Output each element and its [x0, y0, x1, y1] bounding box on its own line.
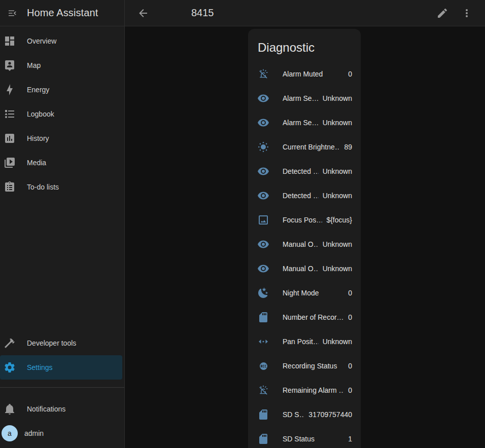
sidebar-toggle-button[interactable] — [4, 4, 22, 22]
sidebar-item-logbook[interactable]: Logbook — [0, 102, 122, 126]
weather-night-icon — [257, 287, 269, 299]
entity-row[interactable]: Focus Pos…${focus} — [248, 208, 361, 232]
entity-state: 31709757440 — [308, 410, 352, 419]
entity-row[interactable]: SD Status1 — [248, 427, 361, 448]
entity-name: Night Mode — [283, 289, 344, 297]
sidebar-item-label: Developer tools — [27, 339, 76, 347]
entity-list: Alarm Muted0Alarm Se…UnknownAlarm Se…Unk… — [248, 62, 361, 448]
pencil-icon — [436, 7, 448, 19]
entity-name: Manual O… — [283, 265, 319, 273]
entity-row[interactable]: Night Mode0 — [248, 281, 361, 305]
sidebar-item-map[interactable]: Map — [0, 53, 122, 78]
entity-row[interactable]: Manual O…Unknown — [248, 232, 361, 256]
entity-state: Unknown — [323, 119, 352, 127]
entity-name: SD S… — [283, 410, 304, 419]
entity-state: Unknown — [323, 265, 352, 273]
entity-row[interactable]: Detected …Unknown — [248, 183, 361, 208]
eye-icon — [257, 263, 269, 275]
entity-row[interactable]: Alarm Se…Unknown — [248, 110, 361, 135]
sidebar-item-label: Overview — [27, 37, 56, 45]
view-dashboard-icon — [4, 35, 16, 47]
entity-row[interactable]: SD S…31709757440 — [248, 402, 361, 427]
sidebar-item-energy[interactable]: Energy — [0, 78, 122, 102]
sidebar-tools-menu: Developer toolsSettings — [0, 328, 124, 380]
entity-name: Remaining Alarm … — [283, 386, 344, 394]
lightning-bolt-icon — [4, 84, 16, 96]
sidebar-item-history[interactable]: History — [0, 126, 122, 151]
entity-row[interactable]: Detected …Unknown — [248, 159, 361, 183]
entity-row[interactable]: Alarm Muted0 — [248, 62, 361, 86]
back-button[interactable] — [134, 4, 152, 22]
sidebar-footer: Notifications a admin — [0, 394, 124, 448]
eye-icon — [257, 117, 269, 129]
entity-name: Alarm Se… — [283, 119, 319, 127]
hammer-icon — [4, 337, 16, 349]
sidebar-header: Home Assistant — [0, 0, 124, 26]
entity-name: Detected … — [283, 167, 319, 175]
record-rec-icon — [257, 360, 269, 372]
arrow-left-icon — [137, 7, 149, 19]
entity-row[interactable]: Manual O…Unknown — [248, 256, 361, 281]
entity-name: Alarm Se… — [283, 94, 319, 102]
entity-name: Manual O… — [283, 240, 319, 248]
entity-name: Recording Status — [283, 362, 344, 370]
dots-vertical-icon — [461, 7, 473, 19]
sidebar-item-label: Settings — [27, 363, 53, 371]
entity-name: Focus Pos… — [283, 216, 322, 224]
sidebar-user-profile[interactable]: a admin — [0, 421, 124, 445]
image-icon — [257, 214, 269, 226]
entity-state: 1 — [348, 435, 352, 443]
entity-state: Unknown — [323, 338, 352, 346]
entity-state: Unknown — [323, 192, 352, 200]
entity-state: 0 — [348, 289, 352, 297]
entity-state: 0 — [348, 386, 352, 394]
avatar: a — [2, 425, 18, 441]
sd-card-icon — [257, 408, 269, 421]
sidebar-item-notifications[interactable]: Notifications — [0, 397, 122, 421]
user-name: admin — [24, 429, 44, 437]
entity-state: Unknown — [323, 94, 352, 102]
page-title: 8415 — [191, 7, 214, 19]
edit-button[interactable] — [433, 4, 452, 22]
alarm-light-off-icon — [257, 68, 269, 80]
entity-state: 0 — [348, 313, 352, 321]
main-header: 8415 — [125, 0, 485, 26]
sd-card-icon — [257, 311, 269, 323]
entity-state: 0 — [348, 362, 352, 370]
dashboard-content: Diagnostic Alarm Muted0Alarm Se…UnknownA… — [125, 26, 485, 448]
entity-row[interactable]: Remaining Alarm …0 — [248, 378, 361, 402]
overflow-menu-button[interactable] — [458, 4, 476, 22]
entity-name: Number of Recor… — [283, 313, 344, 321]
entity-state: 0 — [348, 70, 352, 78]
sidebar: Home Assistant OverviewMapEnergyLogbookH… — [0, 0, 125, 448]
header-actions — [433, 4, 476, 22]
entity-name: Alarm Muted — [283, 70, 344, 78]
sidebar-divider — [0, 387, 124, 388]
sidebar-item-overview[interactable]: Overview — [0, 29, 122, 53]
eye-icon — [257, 165, 269, 177]
sidebar-item-settings[interactable]: Settings — [0, 355, 122, 380]
format-list-bulleted-icon — [4, 108, 16, 120]
sidebar-item-label: Media — [27, 159, 46, 167]
entity-state: 89 — [344, 143, 352, 151]
pan-horizontal-icon — [257, 335, 269, 348]
entity-row[interactable]: Pan Posit…Unknown — [248, 329, 361, 354]
clipboard-list-icon — [4, 181, 16, 193]
entity-row[interactable]: Recording Status0 — [248, 354, 361, 378]
entity-row[interactable]: Number of Recor…0 — [248, 305, 361, 329]
sidebar-item-to-do-lists[interactable]: To-do lists — [0, 175, 122, 199]
bell-icon — [4, 403, 16, 415]
sidebar-item-label: Logbook — [27, 110, 54, 118]
menu-toggle-icon — [7, 7, 19, 19]
play-box-multiple-icon — [4, 157, 16, 169]
entity-state: Unknown — [323, 240, 352, 248]
entity-name: Current Brightne… — [283, 143, 340, 151]
sidebar-item-label: Energy — [27, 86, 49, 94]
sidebar-item-developer-tools[interactable]: Developer tools — [0, 331, 122, 355]
sidebar-item-media[interactable]: Media — [0, 151, 122, 175]
card-title: Diagnostic — [248, 29, 361, 55]
entity-row[interactable]: Current Brightne…89 — [248, 135, 361, 159]
entity-row[interactable]: Alarm Se…Unknown — [248, 86, 361, 110]
entity-name: Pan Posit… — [283, 338, 319, 346]
alarm-light-off-icon — [257, 384, 269, 396]
